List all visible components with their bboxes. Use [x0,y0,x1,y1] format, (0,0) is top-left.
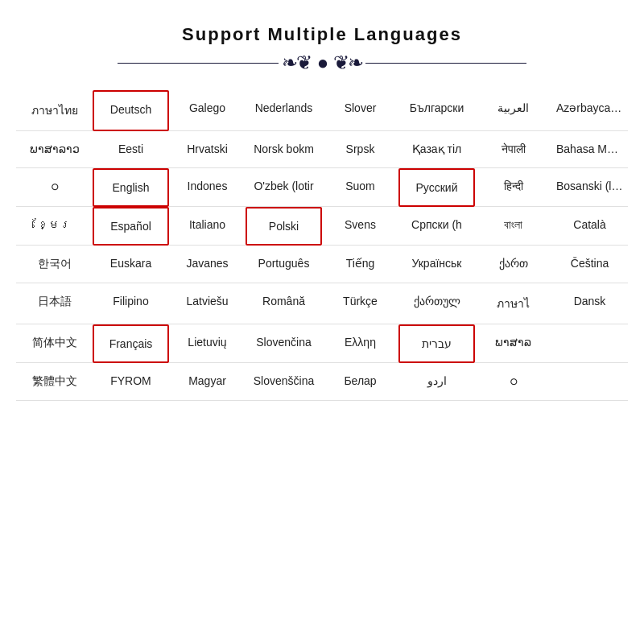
lang-cell[interactable]: Čeština [551,246,628,283]
lang-cell[interactable] [551,324,628,363]
lang-cell[interactable]: 日本語 [16,283,93,324]
lang-cell[interactable]: ภาษาไ [475,283,551,324]
language-grid: ภาษาไทยDeutschGalegoNederlandsSloverБълг… [16,90,628,401]
ornament-left: ❧❦ [282,52,311,74]
divider-line-left [118,63,279,64]
lang-cell[interactable]: ខ្មែរ [16,207,93,246]
divider-line-right [365,63,526,64]
lang-cell[interactable]: Nederlands [246,90,322,131]
lang-cell[interactable]: Slover [322,90,398,131]
lang-cell[interactable]: Español [93,207,169,246]
lang-cell[interactable]: العربية [475,90,551,131]
lang-cell[interactable]: Lietuvių [169,324,246,363]
lang-cell[interactable]: Српски (h [398,207,475,246]
lang-cell[interactable] [551,363,628,401]
lang-cell[interactable]: Eesti [93,131,169,168]
lang-cell[interactable]: ഠ [475,363,551,401]
lang-cell[interactable]: O'zbek (lotir [246,168,322,207]
lang-cell[interactable]: Filipino [93,283,169,324]
lang-cell[interactable]: Azərbaycan dili (la [551,90,628,131]
lang-cell[interactable]: Srpsk [322,131,398,168]
lang-cell[interactable]: 한국어 [16,246,93,283]
lang-cell[interactable]: Белар [322,363,398,401]
lang-cell[interactable]: ພາສາລ [475,324,551,363]
lang-cell[interactable]: 简体中文 [16,324,93,363]
lang-cell[interactable]: Français [93,324,169,363]
ornament-dot: ● [317,52,328,74]
lang-cell[interactable]: नेपाली [475,131,551,168]
lang-cell[interactable]: Deutsch [93,90,169,131]
lang-cell[interactable]: বাংলা [475,207,551,246]
lang-cell[interactable]: Română [246,283,322,324]
lang-cell[interactable]: 繁體中文 [16,363,93,401]
lang-cell[interactable]: Magyar [169,363,246,401]
lang-cell[interactable]: ภาษาไทย [16,90,93,131]
lang-cell[interactable]: Қазақ тіл [398,131,475,168]
lang-cell[interactable]: Slovenščina [246,363,322,401]
lang-cell[interactable]: Bahasa Melayu [551,131,628,168]
lang-cell[interactable]: Hrvatski [169,131,246,168]
lang-cell[interactable]: ქართ [475,246,551,283]
ornament-right: ❦❧ [333,52,362,74]
page-container: Support Multiple Languages ❧❦ ● ❦❧ ภาษาไ… [0,0,644,417]
lang-cell[interactable]: Català [551,207,628,246]
lang-cell[interactable]: FYROM [93,363,169,401]
lang-cell[interactable]: हिन्दी [475,168,551,207]
lang-cell[interactable]: Ελληη [322,324,398,363]
lang-cell[interactable]: עברית [398,324,475,363]
lang-cell[interactable]: English [93,168,169,207]
lang-cell[interactable]: Galego [169,90,246,131]
lang-cell[interactable]: Svens [322,207,398,246]
lang-cell[interactable]: Tiếng [322,246,398,283]
lang-cell[interactable]: Javanes [169,246,246,283]
decorative-divider: ❧❦ ● ❦❧ [16,52,628,74]
lang-cell[interactable]: Latviešu [169,283,246,324]
lang-cell[interactable]: Euskara [93,246,169,283]
lang-cell[interactable]: Suom [322,168,398,207]
lang-cell[interactable]: Slovenčina [246,324,322,363]
lang-cell[interactable]: Português [246,246,322,283]
lang-cell[interactable]: Norsk bokm [246,131,322,168]
lang-cell[interactable]: اردو [398,363,475,401]
lang-cell[interactable]: Türkçe [322,283,398,324]
lang-cell[interactable]: Polski [246,207,322,246]
lang-cell[interactable]: ქართულ [398,283,475,324]
lang-cell[interactable]: Български [398,90,475,131]
lang-cell[interactable]: ഠ [16,168,93,207]
lang-cell[interactable]: Indones [169,168,246,207]
lang-cell[interactable]: Русский [398,168,475,207]
header: Support Multiple Languages ❧❦ ● ❦❧ [16,24,628,74]
lang-cell[interactable]: Dansk [551,283,628,324]
lang-cell[interactable]: Italiano [169,207,246,246]
lang-cell[interactable]: Українськ [398,246,475,283]
page-title: Support Multiple Languages [16,24,628,45]
lang-cell[interactable]: ພາສາລາວ [16,131,93,168]
lang-cell[interactable]: Bosanski (latinica [551,168,628,207]
